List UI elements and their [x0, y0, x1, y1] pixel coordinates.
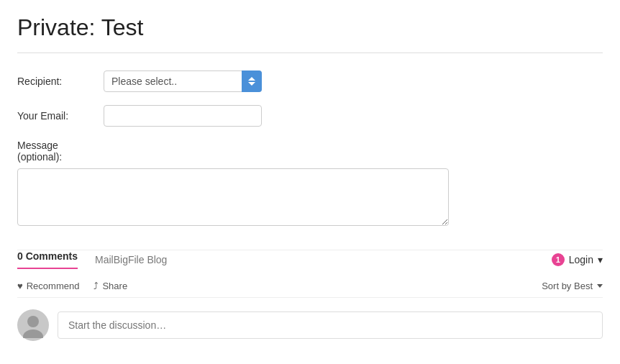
message-textarea-row: [17, 168, 603, 228]
page-title: Private: Test: [17, 14, 603, 41]
share-label: Share: [102, 281, 127, 291]
message-row: Message (optional):: [17, 140, 603, 163]
contact-form: Recipient: Please select.. Your Email: M…: [17, 70, 603, 228]
email-label: Your Email:: [17, 110, 104, 122]
sort-label: Sort by Best: [542, 281, 593, 291]
message-textarea[interactable]: [17, 168, 449, 226]
login-chevron-icon: ▾: [598, 254, 603, 265]
sort-chevron-icon: [597, 284, 603, 288]
discussion-row: [17, 298, 603, 352]
discussion-input[interactable]: [58, 311, 603, 339]
login-label: Login: [569, 254, 593, 265]
tab-comments[interactable]: 0 Comments: [17, 250, 78, 269]
email-input[interactable]: [104, 105, 262, 127]
svg-point-0: [27, 316, 39, 327]
recipient-select[interactable]: Please select..: [104, 70, 262, 92]
tab-mailbigfile-blog[interactable]: MailBigFile Blog: [95, 254, 167, 265]
sort-button[interactable]: Sort by Best: [542, 281, 603, 291]
comments-actions-bar: ♥ Recommend ⤴ Share Sort by Best: [17, 275, 603, 298]
heart-icon: ♥: [17, 281, 23, 291]
recipient-label: Recipient:: [17, 76, 104, 87]
share-button[interactable]: ⤴ Share: [94, 281, 127, 291]
recommend-button[interactable]: ♥ Recommend: [17, 281, 79, 291]
recommend-label: Recommend: [27, 281, 80, 291]
share-icon: ⤴: [94, 281, 99, 291]
svg-point-1: [23, 329, 43, 338]
message-label: Message (optional):: [17, 140, 104, 163]
comments-tabs-left: 0 Comments MailBigFile Blog: [17, 250, 167, 269]
login-button[interactable]: 1 Login ▾: [552, 253, 603, 266]
login-badge: 1: [552, 253, 565, 266]
title-divider: [17, 53, 603, 53]
comments-tabs-bar: 0 Comments MailBigFile Blog 1 Login ▾: [17, 250, 603, 275]
recipient-row: Recipient: Please select..: [17, 70, 603, 92]
actions-left: ♥ Recommend ⤴ Share: [17, 281, 127, 291]
recipient-select-wrapper: Please select..: [104, 70, 262, 92]
avatar: [17, 309, 49, 341]
email-row: Your Email:: [17, 105, 603, 127]
comments-section: 0 Comments MailBigFile Blog 1 Login ▾ ♥ …: [17, 250, 603, 352]
